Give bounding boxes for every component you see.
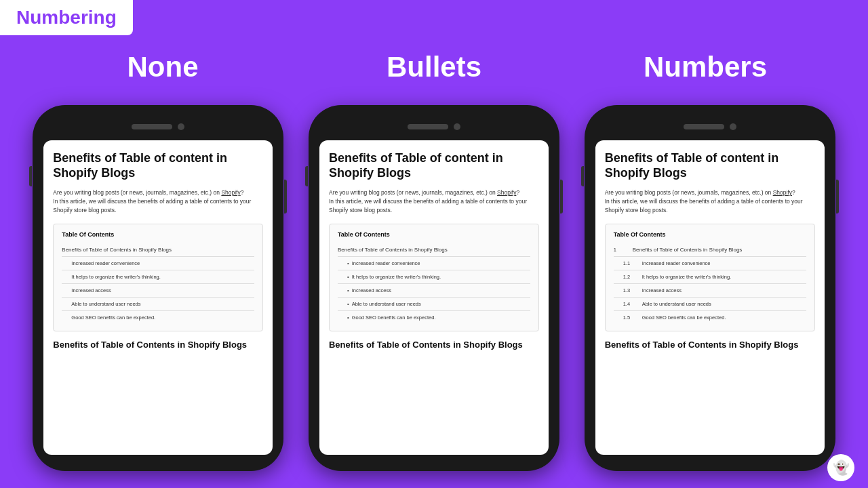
phone-none-title: Benefits of Table of content in Shopify …	[53, 151, 263, 180]
bullet-icon: •	[347, 260, 349, 266]
toc-text: Good SEO benefits can be expected.	[71, 314, 155, 321]
phones-row: Benefits of Table of content in Shopify …	[0, 105, 868, 471]
toc-item[interactable]: Able to understand user needs	[62, 298, 254, 311]
notch-camera	[730, 123, 736, 130]
number-prefix: 1.3	[623, 287, 639, 293]
toc-text: Increased reader convenience	[71, 260, 140, 266]
bullet-icon: •	[347, 287, 349, 293]
toc-text: Able to understand user needs	[352, 301, 421, 307]
toc-text: Benefits of Table of Contents in Shopify…	[338, 247, 448, 253]
toc-title-none: Table Of Contents	[62, 231, 254, 238]
toc-text: Able to understand user needs	[71, 301, 140, 307]
bullet-icon: •	[347, 274, 349, 280]
intro-line2-bullets: In this article, we will discuss the ben…	[329, 198, 527, 214]
intro-line1-none: Are you writing blog posts (or news, jou…	[53, 189, 243, 196]
toc-text: Good SEO benefits can be expected.	[352, 314, 436, 321]
col-label-none: None	[41, 51, 285, 83]
toc-text: It helps to organize the writer's thinki…	[71, 274, 161, 280]
toc-item[interactable]: Good SEO benefits can be expected.	[62, 311, 254, 324]
phone-none-intro: Are you writing blog posts (or news, jou…	[53, 188, 263, 214]
number-prefix: 1.1	[623, 260, 639, 266]
toc-item[interactable]: It helps to organize the writer's thinki…	[62, 270, 254, 284]
phone-numbers-bottom: Benefits of Table of Contents in Shopify…	[605, 340, 815, 351]
toc-item[interactable]: • It helps to organize the writer's thin…	[338, 270, 530, 284]
notch-camera	[454, 123, 460, 130]
toc-text: Increased access	[642, 287, 682, 293]
toc-item[interactable]: 1.5 Good SEO benefits can be expected.	[614, 311, 806, 324]
bullet-icon: •	[347, 314, 349, 321]
phone-numbers: Benefits of Table of content in Shopify …	[585, 105, 835, 471]
toc-text: Able to understand user needs	[642, 301, 711, 307]
intro-line2-none: In this article, we will discuss the ben…	[53, 198, 251, 214]
toc-text: Increased access	[352, 287, 391, 293]
phone-screen-numbers: Benefits of Table of content in Shopify …	[595, 140, 825, 455]
toc-text: Good SEO benefits can be expected.	[642, 314, 726, 321]
toc-text: Increased reader convenience	[352, 260, 420, 266]
phone-top-none	[43, 116, 273, 138]
number-prefix: 1.5	[623, 314, 639, 321]
phone-screen-none: Benefits of Table of content in Shopify …	[43, 140, 273, 455]
ghost-icon: 👻	[833, 460, 850, 476]
intro-line1-bullets: Are you writing blog posts (or news, jou…	[329, 189, 519, 196]
col-label-numbers: Numbers	[583, 51, 827, 83]
bullet-icon: •	[347, 301, 349, 307]
intro-line2-numbers: In this article, we will discuss the ben…	[605, 198, 803, 214]
toc-box-none: Table Of Contents Benefits of Table of C…	[53, 224, 263, 331]
badge-label: Numbering	[16, 7, 117, 28]
notch-speaker	[408, 124, 448, 129]
phone-none-bottom: Benefits of Table of Contents in Shopify…	[53, 340, 263, 351]
notch-camera	[178, 123, 184, 130]
toc-item[interactable]: Increased reader convenience	[62, 257, 254, 270]
toc-text: Benefits of Table of Contents in Shopify…	[62, 247, 172, 253]
toc-item[interactable]: • Able to understand user needs	[338, 298, 530, 311]
toc-item[interactable]: 1.2 It helps to organize the writer's th…	[614, 270, 806, 284]
phone-top-bullets	[319, 116, 549, 138]
toc-item[interactable]: 1.4 Able to understand user needs	[614, 298, 806, 311]
toc-title-bullets: Table Of Contents	[338, 231, 530, 238]
phone-bullets-intro: Are you writing blog posts (or news, jou…	[329, 188, 539, 214]
toc-item[interactable]: Benefits of Table of Contents in Shopify…	[338, 243, 530, 257]
number-prefix: 1.4	[623, 301, 639, 307]
phone-top-numbers	[595, 116, 825, 138]
toc-text: Increased reader convenience	[642, 260, 711, 266]
intro-line1-numbers: Are you writing blog posts (or news, jou…	[605, 189, 795, 196]
notch-speaker	[132, 124, 172, 129]
phone-none: Benefits of Table of content in Shopify …	[33, 105, 283, 471]
toc-item[interactable]: Benefits of Table of Contents in Shopify…	[62, 243, 254, 257]
toc-item[interactable]: 1.3 Increased access	[614, 284, 806, 298]
toc-item[interactable]: • Increased reader convenience	[338, 257, 530, 270]
toc-item[interactable]: 1 Benefits of Table of Contents in Shopi…	[614, 243, 806, 257]
toc-title-numbers: Table Of Contents	[614, 231, 806, 238]
header-badge: Numbering	[0, 0, 133, 35]
ghost-logo: 👻	[827, 454, 854, 481]
toc-text: It helps to organize the writer's thinki…	[352, 274, 441, 280]
phone-numbers-title: Benefits of Table of content in Shopify …	[605, 151, 815, 180]
toc-box-numbers: Table Of Contents 1 Benefits of Table of…	[605, 224, 815, 331]
toc-item[interactable]: 1.1 Increased reader convenience	[614, 257, 806, 270]
column-labels: None Bullets Numbers	[0, 51, 868, 83]
toc-text: Benefits of Table of Contents in Shopify…	[633, 247, 743, 253]
shopify-link-none[interactable]: Shopify	[221, 189, 240, 196]
number-prefix: 1.2	[623, 274, 639, 280]
phone-bullets-bottom: Benefits of Table of Contents in Shopify…	[329, 340, 539, 351]
col-label-bullets: Bullets	[312, 51, 556, 83]
toc-box-bullets: Table Of Contents Benefits of Table of C…	[329, 224, 539, 331]
phone-bullets: Benefits of Table of content in Shopify …	[309, 105, 559, 471]
toc-item[interactable]: Increased access	[62, 284, 254, 298]
phone-bullets-title: Benefits of Table of content in Shopify …	[329, 151, 539, 180]
toc-text: It helps to organize the writer's thinki…	[642, 274, 732, 280]
notch-speaker	[684, 124, 724, 129]
phone-screen-bullets: Benefits of Table of content in Shopify …	[319, 140, 549, 455]
number-prefix: 1	[614, 247, 630, 253]
toc-text: Increased access	[71, 287, 111, 293]
toc-item[interactable]: • Good SEO benefits can be expected.	[338, 311, 530, 324]
toc-item[interactable]: • Increased access	[338, 284, 530, 298]
phone-numbers-intro: Are you writing blog posts (or news, jou…	[605, 188, 815, 214]
shopify-link-numbers[interactable]: Shopify	[773, 189, 792, 196]
shopify-link-bullets[interactable]: Shopify	[497, 189, 516, 196]
